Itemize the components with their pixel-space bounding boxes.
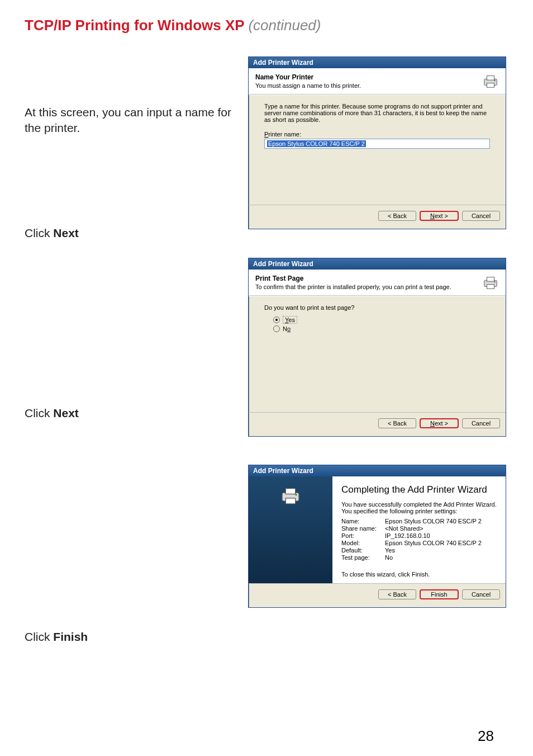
page-heading: TCP/IP Printing for Windows XP (continue…	[25, 17, 508, 34]
svg-point-7	[494, 281, 495, 282]
next-button[interactable]: Next >	[420, 211, 459, 221]
wizard-heading: Print Test Page	[255, 275, 482, 282]
radio-yes[interactable]: Yes	[273, 316, 490, 324]
instruction-click-next-1: Click Next	[25, 225, 248, 241]
value-name: Epson Stylus COLOR 740 ESC/P 2	[385, 518, 497, 525]
svg-rect-2	[487, 83, 494, 88]
wizard-titlebar: Add Printer Wizard	[249, 465, 506, 476]
finish-button[interactable]: Finish	[420, 589, 459, 599]
cancel-button[interactable]: Cancel	[462, 589, 500, 599]
back-button[interactable]: < Back	[378, 589, 416, 599]
printer-icon	[279, 484, 302, 507]
svg-rect-1	[487, 76, 494, 81]
page-heading-main: TCP/IP Printing for Windows XP	[25, 17, 244, 34]
back-button[interactable]: < Back	[378, 418, 416, 428]
wizard-heading: Name Your Printer	[255, 73, 482, 81]
radio-icon	[273, 325, 280, 332]
label-share: Share name:	[341, 525, 385, 532]
instruction-click-finish: Click Finish	[25, 629, 248, 645]
wizard-name-printer: Add Printer Wizard Name Your Printer You…	[248, 56, 506, 229]
printer-name-label: Printer name:	[264, 131, 490, 138]
label-port: Port:	[341, 532, 385, 539]
wizard-line2: You specified the following printer sett…	[341, 508, 497, 514]
wizard-titlebar: Add Printer Wizard	[249, 57, 506, 68]
wizard-subheading: You must assign a name to this printer.	[255, 82, 482, 89]
cancel-button[interactable]: Cancel	[462, 418, 500, 428]
printer-icon	[482, 73, 499, 89]
printer-name-input[interactable]: Epson Stylus COLOR 740 ESC/P 2	[264, 139, 490, 149]
back-button[interactable]: < Back	[378, 211, 416, 221]
svg-point-3	[494, 80, 495, 81]
label-name: Name:	[341, 518, 385, 525]
label-model: Model:	[341, 540, 385, 546]
wizard-heading: Completing the Add Printer Wizard	[341, 484, 497, 495]
svg-rect-6	[487, 285, 494, 289]
instruction-intro: At this screen, you can input a name for…	[25, 105, 248, 136]
next-button[interactable]: Next >	[420, 418, 459, 428]
value-share: <Not Shared>	[385, 525, 497, 532]
label-default: Default:	[341, 547, 385, 554]
svg-point-11	[295, 494, 297, 495]
wizard-test-page: Add Printer Wizard Print Test Page To co…	[248, 258, 506, 437]
cancel-button[interactable]: Cancel	[462, 211, 500, 221]
svg-rect-5	[487, 277, 494, 282]
label-test: Test page:	[341, 554, 385, 561]
wizard-line1: You have successfully completed the Add …	[341, 501, 497, 508]
svg-rect-10	[285, 498, 296, 504]
svg-rect-9	[285, 489, 296, 494]
radio-no[interactable]: No	[273, 325, 490, 332]
wizard-titlebar: Add Printer Wizard	[249, 258, 506, 270]
wizard-sidebar	[249, 476, 332, 583]
value-test: No	[385, 554, 497, 561]
value-port: IP_192.168.0.10	[385, 532, 497, 539]
wizard-body-text: Type a name for this printer. Because so…	[264, 103, 490, 123]
page-heading-continued: (continued)	[248, 17, 321, 34]
value-default: Yes	[385, 547, 497, 554]
summary-table: Name: Epson Stylus COLOR 740 ESC/P 2 Sha…	[341, 518, 497, 561]
wizard-subheading: To confirm that the printer is installed…	[255, 284, 482, 290]
wizard-completing: Add Printer Wizard Completing the Add Pr…	[248, 465, 506, 608]
instruction-click-next-2: Click Next	[25, 405, 248, 421]
wizard-close-text: To close this wizard, click Finish.	[341, 571, 497, 578]
test-page-question: Do you want to print a test page?	[264, 304, 490, 311]
printer-icon	[482, 274, 499, 291]
radio-icon	[273, 316, 280, 323]
page-number: 28	[478, 727, 494, 745]
value-model: Epson Stylus COLOR 740 ESC/P 2	[385, 540, 497, 546]
